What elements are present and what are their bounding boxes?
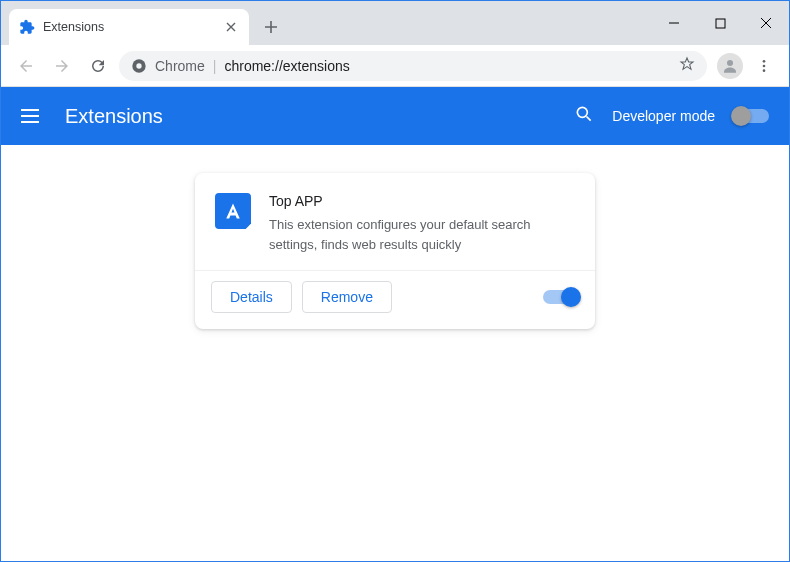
forward-button[interactable] xyxy=(47,51,77,81)
svg-point-4 xyxy=(763,60,766,63)
details-button[interactable]: Details xyxy=(211,281,292,313)
extension-description: This extension configures your default s… xyxy=(269,215,575,254)
new-tab-button[interactable] xyxy=(257,13,285,41)
omnibox-divider: | xyxy=(213,58,217,74)
page-title: Extensions xyxy=(65,105,163,128)
svg-point-5 xyxy=(763,64,766,67)
omnibox-url: chrome://extensions xyxy=(224,58,349,74)
extensions-content: Top APP This extension configures your d… xyxy=(1,145,789,561)
tab-title: Extensions xyxy=(43,20,215,34)
chrome-menu-button[interactable] xyxy=(749,51,779,81)
svg-rect-0 xyxy=(716,19,725,28)
developer-mode-label: Developer mode xyxy=(612,108,715,124)
svg-point-3 xyxy=(727,60,733,66)
close-window-button[interactable] xyxy=(743,1,789,45)
extension-app-icon xyxy=(215,193,251,229)
minimize-button[interactable] xyxy=(651,1,697,45)
bookmark-star-icon[interactable] xyxy=(679,56,695,75)
remove-button[interactable]: Remove xyxy=(302,281,392,313)
extension-name: Top APP xyxy=(269,193,575,209)
svg-point-2 xyxy=(136,63,141,68)
omnibox-prefix: Chrome xyxy=(155,58,205,74)
window-titlebar: Extensions xyxy=(1,1,789,45)
reload-button[interactable] xyxy=(83,51,113,81)
window-controls xyxy=(651,1,789,45)
close-tab-icon[interactable] xyxy=(223,19,239,35)
address-bar[interactable]: Chrome | chrome://extensions xyxy=(119,51,707,81)
browser-toolbar: Chrome | chrome://extensions xyxy=(1,45,789,87)
extension-enable-toggle[interactable] xyxy=(543,290,579,304)
browser-tab[interactable]: Extensions xyxy=(9,9,249,45)
menu-icon[interactable] xyxy=(21,104,45,128)
developer-mode-toggle[interactable] xyxy=(733,109,769,123)
extensions-header: Extensions Developer mode xyxy=(1,87,789,145)
svg-point-7 xyxy=(578,107,588,117)
chrome-logo-icon xyxy=(131,58,147,74)
svg-point-6 xyxy=(763,69,766,72)
maximize-button[interactable] xyxy=(697,1,743,45)
search-icon[interactable] xyxy=(574,104,594,128)
extension-card: Top APP This extension configures your d… xyxy=(195,173,595,329)
back-button[interactable] xyxy=(11,51,41,81)
profile-avatar[interactable] xyxy=(717,53,743,79)
puzzle-icon xyxy=(19,19,35,35)
